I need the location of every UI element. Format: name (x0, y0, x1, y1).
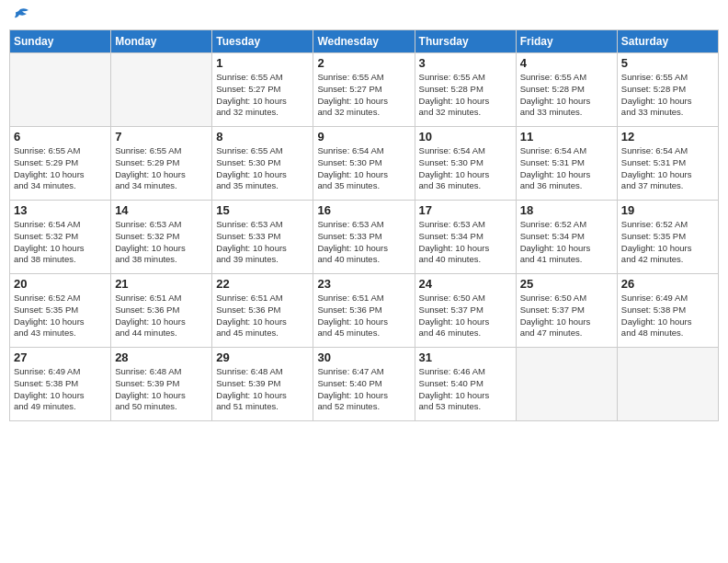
cell-2-1: 6 Sunrise: 6:55 AM Sunset: 5:29 PM Dayli… (10, 127, 111, 201)
cell-5-4: 30 Sunrise: 6:47 AM Sunset: 5:40 PM Dayl… (313, 348, 415, 421)
cell-info: Sunrise: 6:55 AM Sunset: 5:28 PM Dayligh… (621, 72, 714, 119)
cell-4-1: 20 Sunrise: 6:52 AM Sunset: 5:35 PM Dayl… (10, 274, 111, 348)
cell-info: Sunrise: 6:51 AM Sunset: 5:36 PM Dayligh… (317, 293, 410, 339)
cell-3-7: 19 Sunrise: 6:52 AM Sunset: 5:35 PM Dayl… (617, 201, 718, 274)
day-number: 23 (317, 277, 410, 291)
cell-info: Sunrise: 6:55 AM Sunset: 5:29 PM Dayligh… (14, 145, 107, 192)
cell-3-4: 16 Sunrise: 6:53 AM Sunset: 5:33 PM Dayl… (313, 201, 415, 274)
header-sunday: Sunday (10, 30, 111, 53)
cell-info: Sunrise: 6:52 AM Sunset: 5:35 PM Dayligh… (621, 219, 714, 266)
logo-bird-icon (10, 6, 30, 26)
cell-info: Sunrise: 6:53 AM Sunset: 5:33 PM Dayligh… (216, 219, 309, 266)
cell-info: Sunrise: 6:50 AM Sunset: 5:37 PM Dayligh… (520, 293, 613, 339)
day-number: 22 (216, 277, 309, 291)
header-thursday: Thursday (415, 30, 516, 53)
day-number: 12 (621, 130, 714, 144)
cell-4-4: 23 Sunrise: 6:51 AM Sunset: 5:36 PM Dayl… (313, 274, 415, 348)
cell-info: Sunrise: 6:54 AM Sunset: 5:30 PM Dayligh… (317, 145, 410, 192)
cell-1-7: 5 Sunrise: 6:55 AM Sunset: 5:28 PM Dayli… (617, 53, 718, 127)
cell-3-2: 14 Sunrise: 6:53 AM Sunset: 5:32 PM Dayl… (111, 201, 212, 274)
cell-4-7: 26 Sunrise: 6:49 AM Sunset: 5:38 PM Dayl… (617, 274, 718, 348)
day-number: 15 (216, 203, 309, 217)
day-number: 28 (115, 350, 208, 364)
header-wednesday: Wednesday (313, 30, 415, 53)
cell-info: Sunrise: 6:55 AM Sunset: 5:27 PM Dayligh… (317, 72, 410, 119)
cell-4-5: 24 Sunrise: 6:50 AM Sunset: 5:37 PM Dayl… (415, 274, 516, 348)
cell-4-2: 21 Sunrise: 6:51 AM Sunset: 5:36 PM Dayl… (111, 274, 212, 348)
day-number: 24 (419, 277, 512, 291)
cell-info: Sunrise: 6:54 AM Sunset: 5:31 PM Dayligh… (520, 145, 613, 192)
cell-1-6: 4 Sunrise: 6:55 AM Sunset: 5:28 PM Dayli… (516, 53, 617, 127)
cell-1-3: 1 Sunrise: 6:55 AM Sunset: 5:27 PM Dayli… (212, 53, 313, 127)
week-row-3: 13 Sunrise: 6:54 AM Sunset: 5:32 PM Dayl… (10, 201, 719, 274)
cell-info: Sunrise: 6:52 AM Sunset: 5:34 PM Dayligh… (520, 219, 613, 266)
cell-3-5: 17 Sunrise: 6:53 AM Sunset: 5:34 PM Dayl… (415, 201, 516, 274)
cell-1-2 (111, 53, 212, 127)
day-number: 26 (621, 277, 714, 291)
day-number: 31 (419, 350, 512, 364)
cell-info: Sunrise: 6:50 AM Sunset: 5:37 PM Dayligh… (419, 293, 512, 339)
day-number: 20 (14, 277, 107, 291)
cell-3-1: 13 Sunrise: 6:54 AM Sunset: 5:32 PM Dayl… (10, 201, 111, 274)
cell-info: Sunrise: 6:48 AM Sunset: 5:39 PM Dayligh… (115, 366, 208, 413)
week-row-5: 27 Sunrise: 6:49 AM Sunset: 5:38 PM Dayl… (10, 348, 719, 421)
header-friday: Friday (516, 30, 617, 53)
cell-info: Sunrise: 6:55 AM Sunset: 5:28 PM Dayligh… (520, 72, 613, 119)
day-number: 2 (317, 56, 410, 70)
day-number: 9 (317, 130, 410, 144)
week-row-1: 1 Sunrise: 6:55 AM Sunset: 5:27 PM Dayli… (10, 53, 719, 127)
day-number: 16 (317, 203, 410, 217)
cell-info: Sunrise: 6:46 AM Sunset: 5:40 PM Dayligh… (419, 366, 512, 413)
day-number: 17 (419, 203, 512, 217)
calendar-table: SundayMondayTuesdayWednesdayThursdayFrid… (9, 29, 719, 421)
cell-5-5: 31 Sunrise: 6:46 AM Sunset: 5:40 PM Dayl… (415, 348, 516, 421)
cell-5-2: 28 Sunrise: 6:48 AM Sunset: 5:39 PM Dayl… (111, 348, 212, 421)
day-number: 29 (216, 350, 309, 364)
cell-1-5: 3 Sunrise: 6:55 AM Sunset: 5:28 PM Dayli… (415, 53, 516, 127)
cell-info: Sunrise: 6:54 AM Sunset: 5:31 PM Dayligh… (621, 145, 714, 192)
day-number: 18 (520, 203, 613, 217)
cell-5-6 (516, 348, 617, 421)
cell-info: Sunrise: 6:52 AM Sunset: 5:35 PM Dayligh… (14, 293, 107, 339)
day-number: 25 (520, 277, 613, 291)
cell-2-2: 7 Sunrise: 6:55 AM Sunset: 5:29 PM Dayli… (111, 127, 212, 201)
day-number: 27 (14, 350, 107, 364)
cell-2-3: 8 Sunrise: 6:55 AM Sunset: 5:30 PM Dayli… (212, 127, 313, 201)
day-number: 1 (216, 56, 309, 70)
day-number: 3 (419, 56, 512, 70)
cell-info: Sunrise: 6:49 AM Sunset: 5:38 PM Dayligh… (14, 366, 107, 413)
day-number: 8 (216, 130, 309, 144)
cell-info: Sunrise: 6:53 AM Sunset: 5:33 PM Dayligh… (317, 219, 410, 266)
header (9, 9, 719, 22)
cell-4-3: 22 Sunrise: 6:51 AM Sunset: 5:36 PM Dayl… (212, 274, 313, 348)
cell-2-6: 11 Sunrise: 6:54 AM Sunset: 5:31 PM Dayl… (516, 127, 617, 201)
cell-4-6: 25 Sunrise: 6:50 AM Sunset: 5:37 PM Dayl… (516, 274, 617, 348)
cell-1-1 (10, 53, 111, 127)
cell-2-7: 12 Sunrise: 6:54 AM Sunset: 5:31 PM Dayl… (617, 127, 718, 201)
cell-info: Sunrise: 6:55 AM Sunset: 5:29 PM Dayligh… (115, 145, 208, 192)
cell-info: Sunrise: 6:47 AM Sunset: 5:40 PM Dayligh… (317, 366, 410, 413)
cell-info: Sunrise: 6:55 AM Sunset: 5:30 PM Dayligh… (216, 145, 309, 192)
day-number: 10 (419, 130, 512, 144)
cell-info: Sunrise: 6:55 AM Sunset: 5:27 PM Dayligh… (216, 72, 309, 119)
cell-2-4: 9 Sunrise: 6:54 AM Sunset: 5:30 PM Dayli… (313, 127, 415, 201)
cell-info: Sunrise: 6:54 AM Sunset: 5:32 PM Dayligh… (14, 219, 107, 266)
cell-1-4: 2 Sunrise: 6:55 AM Sunset: 5:27 PM Dayli… (313, 53, 415, 127)
day-number: 13 (14, 203, 107, 217)
cell-info: Sunrise: 6:49 AM Sunset: 5:38 PM Dayligh… (621, 293, 714, 339)
week-row-2: 6 Sunrise: 6:55 AM Sunset: 5:29 PM Dayli… (10, 127, 719, 201)
cell-5-3: 29 Sunrise: 6:48 AM Sunset: 5:39 PM Dayl… (212, 348, 313, 421)
cell-info: Sunrise: 6:54 AM Sunset: 5:30 PM Dayligh… (419, 145, 512, 192)
cell-info: Sunrise: 6:51 AM Sunset: 5:36 PM Dayligh… (115, 293, 208, 339)
cell-5-7 (617, 348, 718, 421)
header-monday: Monday (111, 30, 212, 53)
page: SundayMondayTuesdayWednesdayThursdayFrid… (9, 9, 719, 421)
cell-info: Sunrise: 6:51 AM Sunset: 5:36 PM Dayligh… (216, 293, 309, 339)
day-number: 6 (14, 130, 107, 144)
cell-2-5: 10 Sunrise: 6:54 AM Sunset: 5:30 PM Dayl… (415, 127, 516, 201)
week-row-4: 20 Sunrise: 6:52 AM Sunset: 5:35 PM Dayl… (10, 274, 719, 348)
day-number: 21 (115, 277, 208, 291)
cell-info: Sunrise: 6:53 AM Sunset: 5:34 PM Dayligh… (419, 219, 512, 266)
cell-info: Sunrise: 6:53 AM Sunset: 5:32 PM Dayligh… (115, 219, 208, 266)
cell-info: Sunrise: 6:48 AM Sunset: 5:39 PM Dayligh… (216, 366, 309, 413)
